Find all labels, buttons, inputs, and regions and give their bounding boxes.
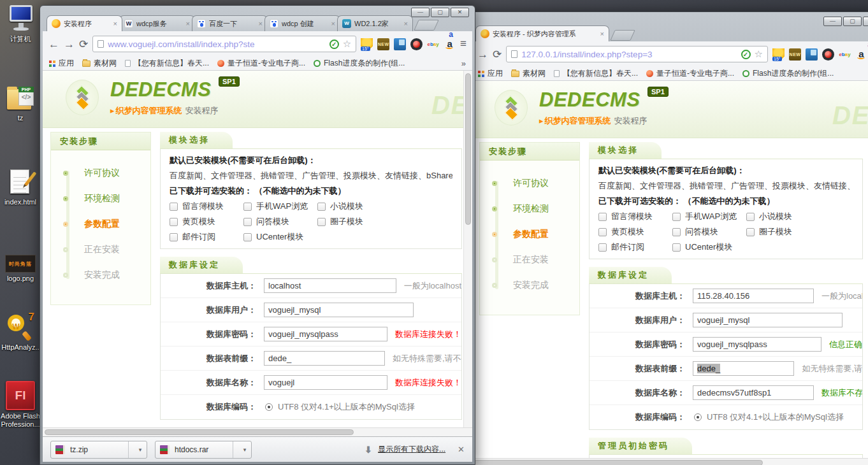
tab-install-dedecms[interactable]: 安装程序 - 织梦内容管理系 × — [475, 25, 609, 41]
scrollbar-thumb[interactable] — [474, 460, 763, 465]
close-button[interactable]: ✕ — [451, 8, 469, 17]
checkbox[interactable] — [746, 228, 755, 236]
module-option[interactable]: 邮件订阅 — [170, 229, 243, 245]
checkbox[interactable] — [598, 243, 607, 252]
tab-close-icon[interactable]: × — [259, 20, 263, 27]
photos-extension-icon[interactable] — [394, 38, 406, 50]
checkbox[interactable] — [243, 203, 252, 211]
bookmark-sucai[interactable]: 素材网 — [82, 58, 117, 69]
checkbox[interactable] — [170, 233, 178, 241]
module-option[interactable]: UCenter模块 — [243, 229, 317, 245]
desktop-icon-flash[interactable]: Fl Adobe FlashProfession... — [0, 381, 41, 429]
bookmark-lzhd[interactable]: 量子恒道-专业电子商... — [646, 68, 734, 79]
tab-close-icon[interactable]: × — [113, 20, 117, 27]
tab-close-icon[interactable]: × — [186, 20, 190, 27]
checkbox[interactable] — [243, 233, 252, 241]
module-option[interactable]: 问答模块 — [243, 214, 317, 229]
vertical-scrollbar[interactable] — [463, 71, 472, 427]
tab-close-icon[interactable]: × — [404, 20, 408, 27]
record-extension-icon[interactable] — [410, 38, 423, 50]
reload-button[interactable]: ⟳ — [493, 49, 502, 60]
checkbox[interactable] — [170, 203, 178, 211]
tab-close-icon[interactable]: × — [331, 20, 335, 27]
url-text[interactable]: 127.0.0.1/install/index.php?step=3 — [521, 50, 737, 59]
module-option[interactable]: 问答模块 — [672, 224, 746, 240]
scrollbar-thumb[interactable] — [45, 429, 354, 435]
new-tab-button[interactable] — [414, 20, 439, 31]
new-tab-button[interactable] — [610, 30, 635, 41]
weather-extension-icon[interactable]: 15° — [772, 48, 785, 61]
download-item-htdocs-rar[interactable]: htdocs.rar ▾ — [155, 441, 252, 459]
tab-install[interactable]: 安装程序 × — [47, 15, 122, 31]
photos-extension-icon[interactable] — [806, 48, 818, 61]
show-all-downloads-link[interactable]: 显示所有下载内容... — [378, 444, 445, 455]
db-user-input[interactable] — [264, 303, 414, 317]
address-bar[interactable]: 127.0.0.1/install/index.php?step=3 ✓ ☆ — [506, 46, 768, 62]
horizontal-scrollbar[interactable] — [43, 427, 472, 436]
checkbox[interactable] — [243, 218, 252, 226]
tab-wdcp-service[interactable]: W wdcp服务 × — [119, 15, 195, 31]
download-menu-caret[interactable]: ▾ — [134, 447, 147, 453]
tab-wdcp-create[interactable]: wdcp 创建 × — [264, 15, 340, 31]
ebay-extension-icon[interactable]: ebay — [839, 48, 851, 61]
scrollbar-thumb[interactable] — [465, 73, 471, 225]
bookmark-flash[interactable]: Flash进度条的制作(组... — [742, 68, 834, 79]
module-option[interactable]: UCenter模块 — [672, 240, 746, 255]
checkbox[interactable] — [672, 213, 681, 221]
amazon-extension-icon[interactable]: a — [444, 38, 456, 50]
module-option[interactable]: 留言簿模块 — [598, 209, 672, 224]
db-user-input[interactable] — [693, 313, 843, 327]
amazon-extension-icon[interactable]: a — [855, 48, 867, 61]
checkbox[interactable] — [672, 228, 681, 236]
back-button[interactable]: ← — [48, 39, 59, 50]
bookmark-message[interactable]: 【您有新信息】春天... — [125, 58, 209, 69]
tab-wd212[interactable]: W WD2.1.2家 × — [337, 15, 413, 31]
record-extension-icon[interactable] — [822, 48, 834, 61]
checkbox[interactable] — [672, 243, 681, 252]
forward-button[interactable]: → — [64, 39, 75, 50]
desktop-icon-index-html[interactable]: index.html — [0, 167, 41, 206]
close-button[interactable]: ✕ — [863, 17, 868, 26]
checkbox[interactable] — [598, 213, 607, 221]
db-host-input[interactable] — [693, 289, 814, 303]
horizontal-scrollbar[interactable] — [472, 458, 868, 465]
checkbox[interactable] — [317, 218, 326, 226]
bookmark-sucai[interactable]: 素材网 — [511, 68, 546, 79]
url-text[interactable]: www.voguejl.com/install/index.php?ste — [108, 39, 325, 49]
db-prefix-input[interactable] — [264, 351, 385, 366]
tab-close-icon[interactable]: × — [600, 30, 604, 38]
utf8-radio[interactable] — [694, 413, 702, 421]
bookmark-star-icon[interactable]: ☆ — [343, 38, 351, 50]
checkbox[interactable] — [598, 228, 607, 236]
bookmark-star-icon[interactable]: ☆ — [755, 48, 763, 60]
download-menu-caret[interactable]: ▾ — [238, 447, 251, 453]
module-option[interactable]: 手机WAP浏览 — [243, 199, 317, 214]
bookmarks-overflow-icon[interactable]: » — [461, 59, 466, 68]
bookmark-message[interactable]: 【您有新信息】春天... — [554, 68, 638, 79]
module-option[interactable]: 圈子模块 — [746, 224, 820, 240]
apps-bookmark[interactable]: 应用 — [49, 58, 74, 69]
download-item-tz-zip[interactable]: tz.zip ▾ — [50, 441, 147, 459]
minimize-button[interactable]: — — [823, 17, 842, 26]
bookmark-lzhd[interactable]: 量子恒道-专业电子商... — [217, 58, 305, 69]
desktop-icon-tz-folder[interactable]: PHP</> tz — [0, 85, 41, 122]
module-option[interactable]: 小说模块 — [317, 199, 391, 214]
module-option[interactable]: 邮件订阅 — [598, 240, 672, 255]
ebay-extension-icon[interactable]: ebay — [427, 38, 439, 50]
checkbox[interactable] — [170, 218, 178, 226]
db-name-input[interactable] — [693, 385, 814, 400]
desktop-icon-httpanalyzer[interactable]: W7 HttpAnalyz.. — [0, 311, 41, 352]
checkbox[interactable] — [746, 213, 755, 221]
desktop-icon-computer[interactable]: 计算机 — [0, 4, 41, 43]
db-password-input[interactable] — [264, 327, 387, 341]
module-option[interactable]: 圈子模块 — [317, 214, 391, 229]
db-host-input[interactable] — [264, 278, 396, 293]
module-option[interactable]: 留言簿模块 — [170, 199, 243, 214]
new-badge-extension-icon[interactable]: NEW — [789, 48, 801, 61]
checkbox[interactable] — [317, 203, 326, 211]
module-option[interactable]: 手机WAP浏览 — [672, 209, 746, 224]
module-option[interactable]: 黄页模块 — [170, 214, 243, 229]
maximize-button[interactable]: ▢ — [843, 17, 862, 26]
db-prefix-input[interactable]: dede_ — [693, 361, 794, 376]
bookmark-flash[interactable]: Flash进度条的制作(组... — [314, 58, 405, 69]
